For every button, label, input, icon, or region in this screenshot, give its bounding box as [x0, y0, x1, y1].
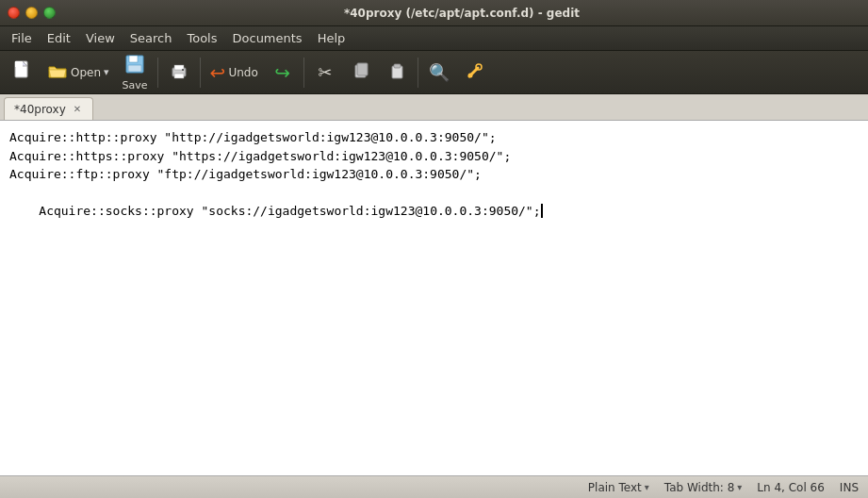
save-icon: [124, 54, 145, 77]
code-line-3: Acquire::ftp::proxy "ftp://igadgetsworld…: [9, 165, 859, 184]
menu-view[interactable]: View: [78, 29, 123, 47]
find-icon: 🔍: [429, 62, 450, 82]
cut-button[interactable]: ✂: [308, 55, 342, 91]
editor-area[interactable]: Acquire::http::proxy "http://igadgetswor…: [0, 121, 868, 475]
insert-label: INS: [840, 481, 859, 494]
undo-button[interactable]: ↩ Undo: [205, 55, 264, 91]
menu-file[interactable]: File: [4, 29, 40, 47]
titlebar: *40proxy (/etc/apt/apt.conf.d) - gedit: [0, 0, 868, 26]
open-button[interactable]: Open ▾: [41, 55, 115, 91]
menu-edit[interactable]: Edit: [40, 29, 78, 47]
text-cursor: [541, 204, 543, 218]
svg-rect-12: [394, 64, 401, 68]
redo-icon: ↪: [274, 61, 290, 84]
new-button[interactable]: [6, 55, 40, 91]
toolbar-separator-2: [200, 58, 201, 88]
svg-rect-1: [15, 61, 23, 67]
print-icon: [169, 60, 189, 84]
code-line-2: Acquire::https::proxy "https://igadgetsw…: [9, 147, 859, 166]
code-line-1: Acquire::http::proxy "http://igadgetswor…: [9, 128, 859, 147]
open-label: Open: [71, 66, 101, 79]
print-button[interactable]: [162, 55, 196, 91]
editor-tab[interactable]: *40proxy ✕: [4, 97, 93, 120]
copy-button[interactable]: [344, 55, 378, 91]
menubar: File Edit View Search Tools Documents He…: [0, 26, 868, 51]
toolbar-separator-4: [418, 58, 418, 88]
window-close-button[interactable]: [8, 7, 20, 19]
tabbar: *40proxy ✕: [0, 94, 868, 121]
tab-width-dropdown-arrow[interactable]: ▾: [737, 482, 742, 492]
open-icon: [47, 60, 68, 84]
svg-rect-10: [357, 63, 368, 75]
tab-close-button[interactable]: ✕: [72, 103, 83, 115]
undo-icon: ↩: [210, 61, 226, 84]
toolbar-separator-3: [303, 58, 304, 88]
plain-text-dropdown-arrow[interactable]: ▾: [645, 482, 649, 492]
open-dropdown-arrow[interactable]: ▾: [104, 66, 109, 78]
toolbar-separator-1: [157, 58, 158, 88]
svg-rect-8: [182, 69, 184, 71]
menu-help[interactable]: Help: [310, 29, 353, 47]
cursor-position: Ln 4, Col 66: [757, 481, 825, 494]
copy-icon: [352, 61, 370, 83]
redo-button[interactable]: ↪: [266, 55, 300, 91]
tools-button[interactable]: [458, 55, 492, 91]
svg-point-15: [467, 74, 472, 78]
tab-width-selector[interactable]: Tab Width: 8 ▾: [664, 481, 743, 494]
toolbar: Open ▾ Save ↩ Undo ↪: [0, 51, 868, 94]
undo-label: Undo: [228, 66, 257, 79]
position-label: Ln 4, Col 66: [757, 481, 825, 494]
statusbar: Plain Text ▾ Tab Width: 8 ▾ Ln 4, Col 66…: [0, 475, 868, 498]
tab-width-label: Tab Width: 8: [664, 481, 734, 494]
tools-icon: [466, 61, 484, 83]
new-icon: [12, 60, 33, 84]
window-maximize-button[interactable]: [43, 7, 56, 19]
tab-label: *40proxy: [14, 103, 66, 116]
find-button[interactable]: 🔍: [422, 55, 456, 91]
svg-rect-7: [174, 74, 184, 78]
window-title: *40proxy (/etc/apt/apt.conf.d) - gedit: [63, 7, 860, 20]
menu-tools[interactable]: Tools: [179, 29, 224, 47]
menu-documents[interactable]: Documents: [225, 29, 310, 47]
save-button[interactable]: Save: [117, 55, 154, 91]
code-line-4: Acquire::socks::proxy "socks://igadgetsw…: [9, 184, 859, 240]
insert-mode: INS: [840, 481, 859, 494]
save-label: Save: [123, 79, 148, 91]
paste-icon: [387, 61, 406, 83]
cut-icon: ✂: [318, 62, 332, 82]
svg-rect-3: [129, 56, 138, 62]
code-line-4-text: Acquire::socks::proxy "socks://igadgetsw…: [39, 204, 540, 218]
svg-rect-4: [128, 65, 141, 72]
window-minimize-button[interactable]: [25, 7, 38, 19]
menu-search[interactable]: Search: [123, 29, 180, 47]
plain-text-selector[interactable]: Plain Text ▾: [588, 481, 649, 494]
window-controls: [8, 7, 56, 19]
plain-text-label: Plain Text: [588, 481, 642, 494]
paste-button[interactable]: [380, 55, 414, 91]
